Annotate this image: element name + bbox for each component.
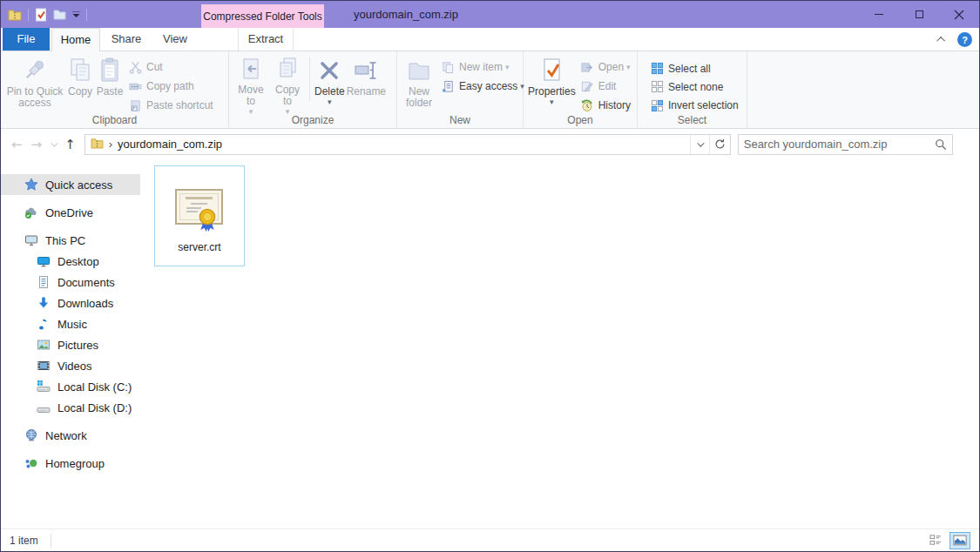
breadcrumb: › yourdomain_com.zip: [85, 135, 227, 154]
sidebar-item-local-disk-c[interactable]: Local Disk (C:): [1, 376, 140, 397]
minimize-button[interactable]: [859, 1, 899, 28]
new-folder-button[interactable]: New folder: [402, 54, 436, 115]
recent-locations-caret-icon[interactable]: [51, 139, 57, 146]
contextual-tool-header: Compressed Folder Tools: [201, 4, 324, 28]
sidebar-item-homegroup[interactable]: Homegroup: [1, 453, 140, 474]
search-input[interactable]: [744, 138, 935, 151]
move-to-button[interactable]: Move to ▾: [233, 54, 268, 115]
ribbon: Pin to Quick access Copy Paste Cut: [1, 51, 979, 129]
edit-icon: [579, 80, 595, 93]
sidebar-item-label: This PC: [45, 234, 85, 247]
desktop-icon: [37, 254, 51, 268]
copy-to-icon: [274, 56, 301, 84]
customize-toolbar-caret-icon[interactable]: [72, 11, 80, 18]
group-label-open: Open: [524, 114, 637, 126]
new-item-button[interactable]: New item ▾: [437, 57, 527, 77]
open-button[interactable]: Open ▾: [577, 57, 633, 77]
paste-shortcut-button[interactable]: Paste shortcut: [125, 96, 216, 115]
tab-home[interactable]: Home: [51, 28, 100, 51]
minimize-icon: [875, 14, 883, 15]
easy-access-button[interactable]: Easy access ▾: [437, 77, 527, 96]
sidebar-item-label: Pictures: [57, 339, 98, 352]
large-icons-view-button[interactable]: [950, 532, 970, 549]
file-list-area[interactable]: server.crt: [140, 159, 979, 528]
edit-button[interactable]: Edit: [577, 77, 633, 96]
sidebar-item-label: Documents: [57, 276, 115, 289]
up-button[interactable]: ↑: [64, 137, 76, 152]
address-dropdown-button[interactable]: [690, 135, 709, 154]
pin-to-quick-access-button[interactable]: Pin to Quick access: [5, 54, 64, 115]
disk-c-icon: [37, 380, 51, 394]
sidebar-item-music[interactable]: Music: [1, 313, 140, 334]
help-icon[interactable]: ?: [957, 32, 972, 47]
select-all-icon: [649, 62, 665, 75]
sidebar-item-videos[interactable]: Videos: [1, 355, 140, 376]
search-icon[interactable]: [935, 138, 947, 151]
sidebar-item-this-pc[interactable]: This PC: [1, 230, 140, 251]
sidebar-item-documents[interactable]: Documents: [1, 272, 140, 293]
tab-view[interactable]: View: [151, 28, 199, 50]
close-icon: [954, 10, 964, 20]
close-button[interactable]: [939, 1, 979, 28]
sidebar-item-local-disk-d[interactable]: Local Disk (D:): [1, 397, 140, 418]
select-all-button[interactable]: Select all: [646, 59, 741, 77]
select-none-icon: [649, 80, 665, 93]
properties-button[interactable]: Properties ▾: [528, 54, 576, 115]
breadcrumb-chevron-icon[interactable]: ›: [109, 138, 112, 151]
copy-path-button[interactable]: Copy path: [125, 77, 216, 96]
file-item-server-crt[interactable]: server.crt: [154, 165, 245, 266]
tab-file[interactable]: File: [3, 28, 50, 50]
maximize-button[interactable]: [899, 1, 939, 28]
delete-icon: [315, 56, 343, 85]
zip-folder-icon: [91, 137, 104, 152]
sidebar-item-onedrive[interactable]: OneDrive: [1, 202, 140, 223]
cut-button[interactable]: Cut: [125, 57, 216, 77]
sidebar-item-pictures[interactable]: Pictures: [1, 334, 140, 355]
select-none-button[interactable]: Select none: [646, 77, 741, 96]
sidebar-item-label: Local Disk (C:): [57, 380, 132, 394]
this-pc-icon: [24, 233, 38, 247]
tab-share[interactable]: Share: [102, 28, 151, 50]
sidebar-item-label: Local Disk (D:): [57, 401, 132, 414]
address-bar[interactable]: › yourdomain_com.zip: [84, 134, 731, 155]
ribbon-group-organize: Move to ▾ Copy to ▾ Delete ▾ Rename: [229, 51, 397, 128]
delete-button[interactable]: Delete ▾: [314, 54, 345, 115]
pin-icon: [21, 56, 49, 85]
back-button[interactable]: ←: [11, 137, 23, 152]
group-label-new: New: [397, 114, 523, 126]
sidebar-item-network[interactable]: Network: [1, 425, 140, 446]
title-bar: Compressed Folder Tools yourdomain_com.z…: [1, 1, 979, 28]
breadcrumb-segment[interactable]: yourdomain_com.zip: [118, 138, 222, 151]
disk-d-icon: [37, 401, 51, 414]
onedrive-cloud-icon: [24, 205, 38, 219]
sidebar-item-label: Homegroup: [45, 457, 105, 470]
sidebar-item-label: Downloads: [57, 297, 113, 310]
status-bar: 1 item: [1, 528, 979, 551]
history-button[interactable]: History: [577, 96, 633, 115]
new-folder-icon: [405, 56, 433, 85]
properties-caret-icon: ▾: [550, 98, 554, 105]
minimize-ribbon-icon[interactable]: [936, 37, 945, 45]
history-icon: [579, 99, 595, 112]
sidebar-item-downloads[interactable]: Downloads: [1, 293, 140, 313]
item-count-label: 1 item: [10, 535, 38, 547]
refresh-button[interactable]: [709, 135, 730, 154]
ribbon-tab-bar: File Home Share View Extract ?: [1, 28, 979, 51]
copy-to-button[interactable]: Copy to ▾: [270, 54, 305, 115]
quick-access-star-icon: [24, 178, 38, 192]
copy-button[interactable]: Copy: [66, 54, 94, 115]
new-folder-quick-icon[interactable]: [53, 9, 66, 20]
sidebar-item-quick-access[interactable]: Quick access: [1, 174, 140, 195]
forward-button[interactable]: →: [31, 137, 43, 152]
file-name-label: server.crt: [178, 241, 220, 253]
properties-quick-icon[interactable]: [35, 8, 47, 22]
invert-selection-button[interactable]: Invert selection: [646, 97, 741, 115]
sidebar-item-desktop[interactable]: Desktop: [1, 251, 140, 272]
rename-button[interactable]: Rename: [347, 54, 386, 115]
sidebar-item-label: Desktop: [57, 255, 99, 268]
copy-path-icon: [127, 80, 143, 93]
paste-button[interactable]: Paste: [96, 54, 124, 115]
details-view-icon: [929, 534, 943, 547]
details-view-button[interactable]: [925, 532, 946, 549]
tab-extract[interactable]: Extract: [238, 28, 294, 50]
